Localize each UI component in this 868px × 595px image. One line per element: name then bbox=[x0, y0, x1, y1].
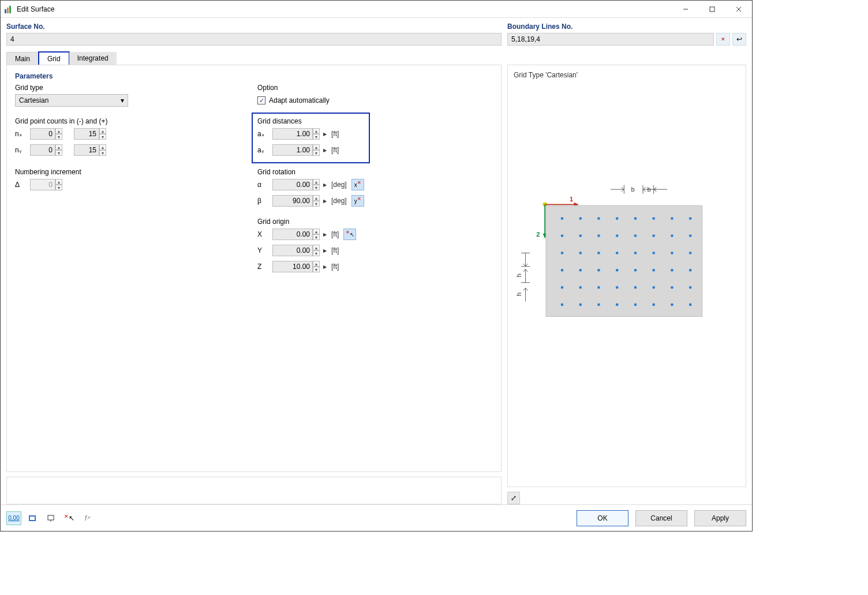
svg-point-51 bbox=[634, 252, 637, 255]
x-label: X bbox=[257, 230, 272, 238]
grid-rotation-label: Grid rotation bbox=[257, 168, 364, 176]
grid-preview: b b h h 1 2 bbox=[514, 183, 740, 334]
beta-label: β bbox=[257, 197, 272, 205]
grid-type-value: Cartesian bbox=[19, 96, 48, 104]
svg-rect-4 bbox=[710, 7, 714, 12]
grid-distances-label: Grid distances bbox=[257, 117, 364, 125]
svg-point-68 bbox=[652, 286, 655, 289]
x-unit: [ft] bbox=[331, 230, 339, 238]
notes-area[interactable] bbox=[6, 477, 502, 504]
svg-point-52 bbox=[652, 252, 655, 255]
play-icon[interactable]: ▶ bbox=[322, 195, 328, 207]
pick-angle-y-button[interactable]: y✕ bbox=[351, 195, 364, 207]
adapt-checkbox[interactable]: ✓ bbox=[257, 96, 265, 104]
play-icon[interactable]: ▶ bbox=[322, 245, 328, 256]
pick-angle-x-button[interactable]: x✕ bbox=[351, 179, 364, 190]
apply-button[interactable]: Apply bbox=[694, 510, 746, 526]
delta-label: Δ bbox=[15, 181, 30, 189]
display-button[interactable] bbox=[43, 511, 58, 525]
function-button[interactable]: f↗ bbox=[80, 511, 95, 525]
ax-label: aₓ bbox=[257, 130, 272, 138]
svg-rect-81 bbox=[48, 515, 54, 520]
svg-point-66 bbox=[616, 286, 619, 289]
svg-point-71 bbox=[561, 304, 564, 306]
y-unit: [ft] bbox=[331, 246, 339, 255]
play-icon[interactable]: ▶ bbox=[322, 261, 328, 272]
svg-point-76 bbox=[652, 304, 655, 306]
pick-boundary-button[interactable]: ✕ bbox=[716, 33, 730, 46]
parameters-title: Parameters bbox=[15, 72, 493, 80]
svg-point-33 bbox=[597, 217, 600, 220]
svg-point-73 bbox=[597, 304, 600, 306]
adapt-label: Adapt automatically bbox=[269, 96, 330, 104]
play-icon[interactable]: ▶ bbox=[322, 179, 328, 190]
units-button[interactable]: 0,00 bbox=[6, 511, 21, 525]
preview-panel: Grid Type 'Cartesian' b b bbox=[507, 65, 746, 487]
svg-point-34 bbox=[616, 217, 619, 220]
svg-point-75 bbox=[634, 304, 637, 306]
svg-rect-30 bbox=[546, 205, 702, 316]
ok-button[interactable]: OK bbox=[577, 510, 628, 526]
surface-no-input[interactable] bbox=[6, 33, 502, 46]
ay-spinner[interactable]: ▲▼ bbox=[272, 144, 320, 156]
svg-text:b: b bbox=[631, 186, 634, 193]
ny-label: nᵧ bbox=[15, 146, 30, 154]
alpha-spinner[interactable]: ▲▼ bbox=[272, 179, 320, 190]
ny-pos-spinner[interactable]: ▲▼ bbox=[74, 144, 106, 156]
svg-rect-80 bbox=[30, 517, 35, 520]
svg-point-78 bbox=[689, 304, 692, 306]
ny-neg-spinner[interactable]: ▲▼ bbox=[30, 144, 62, 156]
minimize-button[interactable] bbox=[672, 1, 699, 18]
svg-point-50 bbox=[616, 252, 619, 255]
tab-grid[interactable]: Grid bbox=[39, 52, 69, 65]
chevron-down-icon: ▾ bbox=[121, 96, 124, 104]
tabs: Main Grid Integrated bbox=[6, 51, 502, 65]
view-button[interactable] bbox=[25, 511, 40, 525]
tab-integrated[interactable]: Integrated bbox=[69, 52, 117, 65]
svg-point-56 bbox=[579, 269, 582, 272]
grid-type-select[interactable]: Cartesian ▾ bbox=[15, 94, 128, 107]
delta-spinner: ▲▼ bbox=[30, 179, 62, 190]
maximize-button[interactable] bbox=[699, 1, 725, 18]
svg-point-74 bbox=[616, 304, 619, 306]
svg-point-59 bbox=[634, 269, 637, 272]
svg-point-31 bbox=[561, 217, 564, 220]
boundary-input[interactable] bbox=[507, 33, 714, 46]
pick-origin-button[interactable]: ✕↖ bbox=[343, 229, 356, 240]
ax-spinner[interactable]: ▲▼ bbox=[272, 128, 320, 140]
x-spinner[interactable]: ▲▼ bbox=[272, 229, 320, 240]
svg-point-72 bbox=[579, 304, 582, 306]
svg-rect-0 bbox=[5, 9, 6, 13]
undo-icon: ↩ bbox=[736, 35, 742, 43]
svg-rect-2 bbox=[9, 6, 11, 13]
nx-pos-spinner[interactable]: ▲▼ bbox=[74, 128, 106, 140]
nx-neg-spinner[interactable]: ▲▼ bbox=[30, 128, 62, 140]
play-icon[interactable]: ▶ bbox=[322, 128, 328, 140]
close-button[interactable] bbox=[725, 1, 752, 18]
beta-unit: [deg] bbox=[331, 197, 347, 205]
window-title: Edit Surface bbox=[17, 5, 672, 13]
surface-no-label: Surface No. bbox=[6, 23, 502, 31]
svg-text:h: h bbox=[515, 274, 522, 277]
svg-text:h: h bbox=[515, 293, 522, 296]
svg-point-53 bbox=[671, 252, 674, 255]
preview-zoom-button[interactable]: ⤢ bbox=[507, 492, 520, 504]
y-label: Y bbox=[257, 246, 272, 255]
revert-boundary-button[interactable]: ↩ bbox=[732, 33, 746, 46]
play-icon[interactable]: ▶ bbox=[322, 229, 328, 240]
y-spinner[interactable]: ▲▼ bbox=[272, 245, 320, 256]
beta-spinner[interactable]: ▲▼ bbox=[272, 195, 320, 207]
grid-type-label: Grid type bbox=[15, 84, 234, 92]
play-icon[interactable]: ▶ bbox=[322, 144, 328, 156]
tab-main[interactable]: Main bbox=[6, 52, 39, 65]
svg-point-64 bbox=[579, 286, 582, 289]
option-label: Option bbox=[257, 84, 364, 92]
svg-point-49 bbox=[597, 252, 600, 255]
svg-point-67 bbox=[634, 286, 637, 289]
svg-rect-1 bbox=[7, 8, 9, 13]
z-label: Z bbox=[257, 263, 272, 271]
pick-button[interactable]: ✕↖ bbox=[62, 511, 77, 525]
z-spinner[interactable]: ▲▼ bbox=[272, 261, 320, 272]
svg-point-39 bbox=[561, 234, 564, 237]
cancel-button[interactable]: Cancel bbox=[635, 510, 687, 526]
